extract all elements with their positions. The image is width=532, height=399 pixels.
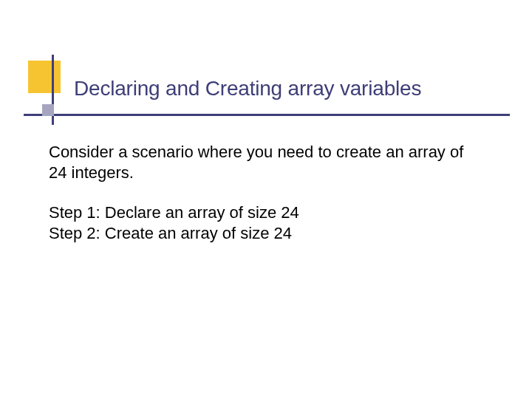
decor-square-yellow xyxy=(28,61,61,93)
decor-horizontal-line xyxy=(24,114,510,116)
body-step-1: Step 1: Declare an array of size 24 xyxy=(49,202,477,223)
decor-square-small xyxy=(42,104,54,116)
slide-body: Consider a scenario where you need to cr… xyxy=(49,142,477,245)
slide: Declaring and Creating array variables C… xyxy=(0,0,532,399)
body-spacer xyxy=(49,183,477,202)
slide-title: Declaring and Creating array variables xyxy=(74,77,488,100)
body-step-2: Step 2: Create an array of size 24 xyxy=(49,223,477,244)
body-intro: Consider a scenario where you need to cr… xyxy=(49,142,477,183)
